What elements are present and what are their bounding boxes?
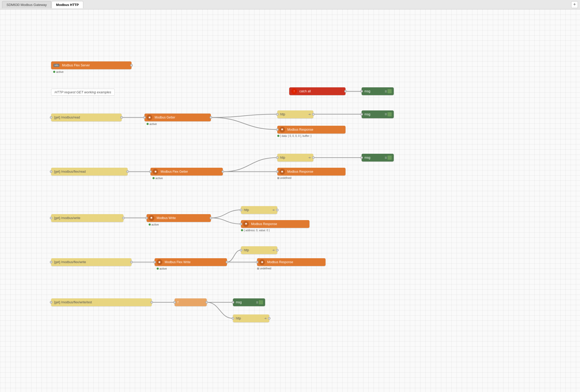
left-port[interactable] [50,261,52,263]
connection-function_node-to-http_out_5 [207,302,233,318]
node-label: msg [363,113,384,116]
node-label: Modbus Response [286,128,344,131]
left-port[interactable] [232,317,234,320]
left-port[interactable] [360,90,363,93]
node-icon: ✱ [157,259,162,265]
node-http_out_5[interactable]: http➜ [233,314,269,322]
left-port[interactable] [50,301,52,304]
right-port[interactable] [268,317,271,320]
node-msg_debug_2[interactable]: msg☰ [362,110,394,118]
debug-toggle[interactable] [388,112,392,116]
left-port[interactable] [360,113,363,116]
left-port[interactable] [149,170,152,173]
node-label: http [242,208,272,212]
node-icon: ✱ [243,221,249,227]
node-catch_all[interactable]: !catch all [289,87,346,95]
connection-modbus_write-to-http_out_3 [211,210,241,218]
node-modbus_flex_write[interactable]: ✱Modbus Flex Write [155,258,227,266]
left-port[interactable] [276,156,279,159]
node-label: http [242,248,272,252]
node-modbus_response_1[interactable]: ✱Modbus Response [277,126,346,134]
node-modbus_write[interactable]: ✱Modbus Write [147,214,211,222]
debug-toggle[interactable] [388,156,392,160]
right-port[interactable] [226,261,228,263]
right-port[interactable] [344,90,347,93]
right-port[interactable] [205,301,208,304]
right-port[interactable] [130,64,133,67]
right-port[interactable] [210,116,212,119]
right-port[interactable] [120,116,123,119]
node-label: Modbus Response [286,170,344,173]
tab-add-button[interactable]: + [571,1,578,8]
node-status-text-modbus_response_1: { data: [ 0, 0, 0, 0 ], buffer: } [277,135,312,137]
node-msg_debug_1[interactable]: msg☰ [362,87,394,95]
debug-toggle[interactable] [388,89,392,93]
node-http_out_3[interactable]: http➜ [241,206,277,214]
node-http_out_1[interactable]: http➜ [277,110,314,118]
node-label: Modbus Response [250,222,308,226]
right-port[interactable] [210,217,212,219]
right-port[interactable] [276,209,279,211]
left-port[interactable] [50,217,52,219]
right-port[interactable] [312,156,315,159]
node-msg_debug_3[interactable]: msg☰ [362,154,394,162]
list-icon: ☰ [384,156,388,159]
node-function_node[interactable]: f [175,298,207,306]
left-port[interactable] [232,301,234,304]
right-port[interactable] [122,217,125,219]
node-status-text-modbus_response_2: undefined [277,177,292,179]
connection-modbus_flex_getter-to-http_out_2 [223,158,277,172]
right-port[interactable] [150,301,153,304]
left-port[interactable] [240,249,242,251]
left-port[interactable] [50,116,52,119]
left-port[interactable] [173,301,176,304]
debug-toggle[interactable] [259,300,263,304]
left-port[interactable] [276,113,279,116]
info-badge: info [53,64,59,67]
node-modbus_response_2[interactable]: ✱Modbus Response [277,168,346,176]
left-port[interactable] [50,170,52,173]
node-http_out_2[interactable]: http➜ [277,154,314,162]
node-modbus_flex_getter[interactable]: ✱Modbus Flex Getter [150,168,223,176]
right-port[interactable] [130,261,133,263]
node-icon: ✱ [279,169,285,174]
node-label: Modbus Write [155,216,210,220]
node-get_modbus_flex_write[interactable]: [get] /modbus/flex/write [51,258,132,266]
right-port[interactable] [312,113,315,116]
node-get_modbus_read[interactable]: [get] /modbus/read [51,114,121,121]
left-port[interactable] [360,156,363,159]
node-status-text-modbus_response_3: { address: 0, value: 0 } [241,229,270,232]
node-label: msg [363,89,384,93]
right-port[interactable] [126,170,129,173]
node-label: msg [363,156,384,159]
node-get_modbus_write[interactable]: [get] /modbus/write [51,214,123,222]
node-status-modbus_flex_server: active [53,70,64,73]
left-port[interactable] [256,261,258,263]
tab-sdm630[interactable]: SDM630 Modbus Gateway [2,1,51,8]
node-get_modbus_flex_read[interactable]: [get] /modbus/flex/read [51,168,128,176]
right-port[interactable] [222,170,224,173]
left-port[interactable] [276,170,279,173]
connection-modbus_write-to-modbus_response_3 [211,218,241,224]
tab-modbus-http[interactable]: Modbus HTTP [52,1,83,8]
node-status-modbus_flex_getter: active [153,177,163,180]
node-label: Modbus Flex Write [163,260,226,264]
node-get_modbus_flex_write_test[interactable]: [get] /modbus/flex/write/test [51,298,152,306]
right-port[interactable] [276,249,279,251]
node-msg_debug_4[interactable]: msg☰ [233,298,265,306]
left-port[interactable] [143,116,146,119]
left-port[interactable] [153,261,156,263]
node-modbus_response_4[interactable]: ✱Modbus Response [257,258,326,266]
node-http_out_4[interactable]: http➜ [241,246,277,254]
connection-modbus_getter-to-modbus_response_1 [211,117,277,130]
left-port[interactable] [276,128,279,131]
node-modbus_flex_server[interactable]: infoModbus Flex Server [51,61,132,69]
left-port[interactable] [145,217,148,219]
connection-modbus_getter-to-http_out_1 [211,114,277,117]
node-modbus_response_3[interactable]: ✱Modbus Response [241,220,309,228]
left-port[interactable] [240,209,242,211]
node-modbus_getter[interactable]: ✱Modbus Getter [144,114,211,121]
left-port[interactable] [240,223,242,225]
node-label: [get] /modbus/read [52,116,120,119]
list-icon: ☰ [384,113,388,116]
